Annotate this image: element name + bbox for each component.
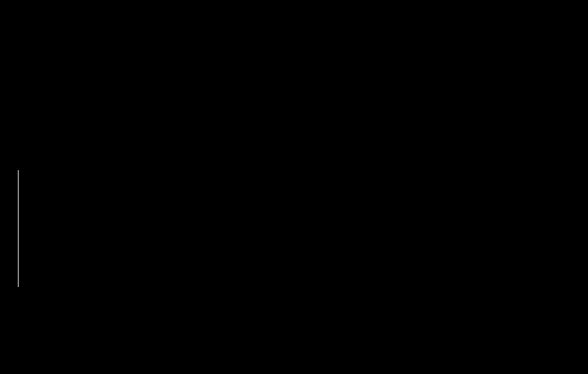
scale-marker-line xyxy=(18,170,19,287)
hrofft-window xyxy=(0,0,588,374)
spectrogram-canvas xyxy=(19,64,588,374)
station-info-row xyxy=(165,2,330,36)
